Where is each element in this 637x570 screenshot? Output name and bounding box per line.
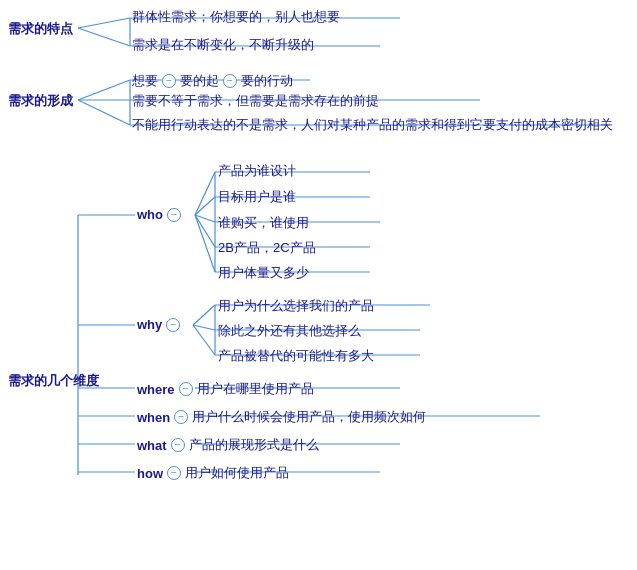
tedian-text1: 群体性需求；你想要的，别人也想要 (132, 8, 340, 26)
why-child3: 产品被替代的可能性有多大 (218, 347, 374, 365)
svg-line-23 (195, 215, 215, 247)
why-text2: 除此之外还有其他选择么 (218, 322, 361, 340)
rise-collapse-btn[interactable]: − (223, 74, 237, 88)
who-child2: 谁购买，谁使用 (218, 214, 309, 232)
tedian-text2: 需求是在不断变化，不断升级的 (132, 36, 314, 54)
xingcheng-child2: 需要不等于需求，但需要是需求存在的前提 (132, 92, 379, 110)
xingcheng-label: 需求的形成 (8, 92, 73, 110)
xingcheng-want-row: 想要 − 要的起 − 要的行动 (132, 72, 293, 90)
rise-text: 要的起 (180, 72, 219, 90)
svg-line-22 (195, 215, 215, 222)
who-child4: 用户体量又多少 (218, 264, 309, 282)
when-text: 用户什么时候会使用产品，使用频次如何 (192, 408, 426, 426)
who-pre-child: 产品为谁设计 (218, 162, 296, 180)
why-text1: 用户为什么选择我们的产品 (218, 297, 374, 315)
xingcheng-text3: 不能用行动表达的不是需求，人们对某种产品的需求和得到它要支付的成本密切相关 (132, 116, 613, 134)
where-label: where (137, 382, 175, 397)
who-text2: 谁购买，谁使用 (218, 214, 309, 232)
why-child1: 用户为什么选择我们的产品 (218, 297, 374, 315)
how-collapse-btn[interactable]: − (167, 466, 181, 480)
action-text: 要的行动 (241, 72, 293, 90)
who-text3: 2B产品，2C产品 (218, 239, 316, 257)
svg-line-5 (78, 80, 130, 100)
where-text: 用户在哪里使用产品 (197, 380, 314, 398)
how-text: 用户如何使用产品 (185, 464, 289, 482)
how-label: how (137, 466, 163, 481)
section-label-tedian: 需求的特点 (8, 20, 73, 38)
who-collapse-btn[interactable]: − (167, 208, 181, 222)
how-row: how − 用户如何使用产品 (137, 464, 289, 482)
section-label-weidu: 需求的几个维度 (8, 372, 99, 390)
why-label: why (137, 317, 162, 332)
svg-line-31 (193, 305, 215, 325)
who-text1: 目标用户是谁 (218, 188, 296, 206)
why-text3: 产品被替代的可能性有多大 (218, 347, 374, 365)
svg-line-7 (78, 100, 130, 125)
svg-line-24 (195, 215, 215, 272)
svg-line-20 (195, 172, 215, 215)
tedian-child2: 需求是在不断变化，不断升级的 (132, 36, 314, 54)
who-pre-text: 产品为谁设计 (218, 162, 296, 180)
who-child1: 目标用户是谁 (218, 188, 296, 206)
xingcheng-child3: 不能用行动表达的不是需求，人们对某种产品的需求和得到它要支付的成本密切相关 (132, 116, 613, 134)
what-row: what − 产品的展现形式是什么 (137, 436, 319, 454)
svg-line-33 (193, 325, 215, 355)
what-text: 产品的展现形式是什么 (189, 436, 319, 454)
why-collapse-btn[interactable]: − (166, 318, 180, 332)
who-text4: 用户体量又多少 (218, 264, 309, 282)
svg-line-21 (195, 197, 215, 215)
who-label: who (137, 207, 163, 222)
what-label: what (137, 438, 167, 453)
xingcheng-text2: 需要不等于需求，但需要是需求存在的前提 (132, 92, 379, 110)
who-row: who − (137, 207, 185, 222)
svg-line-32 (193, 325, 215, 330)
connector-lines (0, 0, 637, 570)
why-child2: 除此之外还有其他选择么 (218, 322, 361, 340)
weidu-label: 需求的几个维度 (8, 372, 99, 390)
where-row: where − 用户在哪里使用产品 (137, 380, 314, 398)
why-row: why − (137, 317, 184, 332)
want-collapse-btn[interactable]: − (162, 74, 176, 88)
what-collapse-btn[interactable]: − (171, 438, 185, 452)
tedian-label: 需求的特点 (8, 20, 73, 38)
when-collapse-btn[interactable]: − (174, 410, 188, 424)
tedian-child1: 群体性需求；你想要的，别人也想要 (132, 8, 340, 26)
when-row: when − 用户什么时候会使用产品，使用频次如何 (137, 408, 426, 426)
mind-map: 需求的特点 群体性需求；你想要的，别人也想要 需求是在不断变化，不断升级的 需求… (0, 0, 637, 570)
where-collapse-btn[interactable]: − (179, 382, 193, 396)
section-label-xingcheng: 需求的形成 (8, 92, 73, 110)
svg-line-1 (78, 28, 130, 46)
want-text: 想要 (132, 72, 158, 90)
svg-line-0 (78, 18, 130, 28)
who-child3: 2B产品，2C产品 (218, 239, 316, 257)
when-label: when (137, 410, 170, 425)
